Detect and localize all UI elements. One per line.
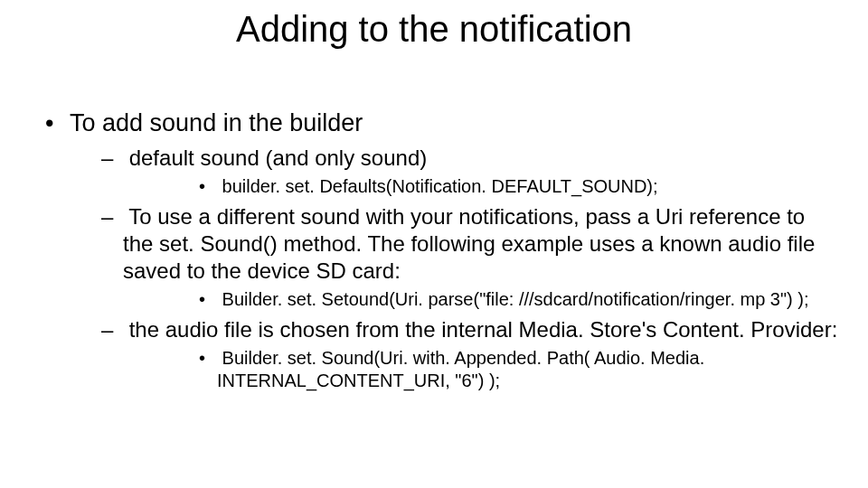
bullet-list-level1: To add sound in the builder default soun… — [36, 108, 841, 392]
bullet-l3-setsound-file-code: Builder. set. Setound(Uri. parse("file: … — [123, 288, 841, 311]
bullet-l1-add-sound: To add sound in the builder default soun… — [36, 108, 841, 392]
bullet-l2-text: To use a different sound with your notif… — [123, 204, 815, 283]
bullet-list-level2: default sound (and only sound) builder. … — [63, 145, 841, 392]
bullet-l2-different-sound: To use a different sound with your notif… — [63, 203, 841, 311]
slide-title: Adding to the notification — [0, 9, 868, 50]
bullet-l3-text: Builder. set. Setound(Uri. parse("file: … — [222, 289, 809, 309]
bullet-list-level3: Builder. set. Sound(Uri. with. Appended.… — [123, 347, 841, 392]
slide: Adding to the notification To add sound … — [0, 0, 868, 488]
bullet-list-level3: Builder. set. Setound(Uri. parse("file: … — [123, 288, 841, 311]
bullet-l1-text: To add sound in the builder — [70, 109, 363, 136]
slide-body: To add sound in the builder default soun… — [36, 108, 841, 398]
bullet-l3-setdefaults-code: builder. set. Defaults(Notification. DEF… — [123, 175, 841, 198]
bullet-l2-default-sound: default sound (and only sound) builder. … — [63, 145, 841, 198]
bullet-list-level3: builder. set. Defaults(Notification. DEF… — [123, 175, 841, 198]
bullet-l3-text: Builder. set. Sound(Uri. with. Appended.… — [217, 348, 704, 390]
bullet-l2-mediastore: the audio file is chosen from the intern… — [63, 316, 841, 392]
bullet-l3-setsound-mediastore-code: Builder. set. Sound(Uri. with. Appended.… — [123, 347, 841, 392]
bullet-l3-text: builder. set. Defaults(Notification. DEF… — [222, 176, 658, 196]
bullet-l2-text: the audio file is chosen from the intern… — [129, 317, 838, 342]
bullet-l2-text: default sound (and only sound) — [129, 145, 428, 170]
